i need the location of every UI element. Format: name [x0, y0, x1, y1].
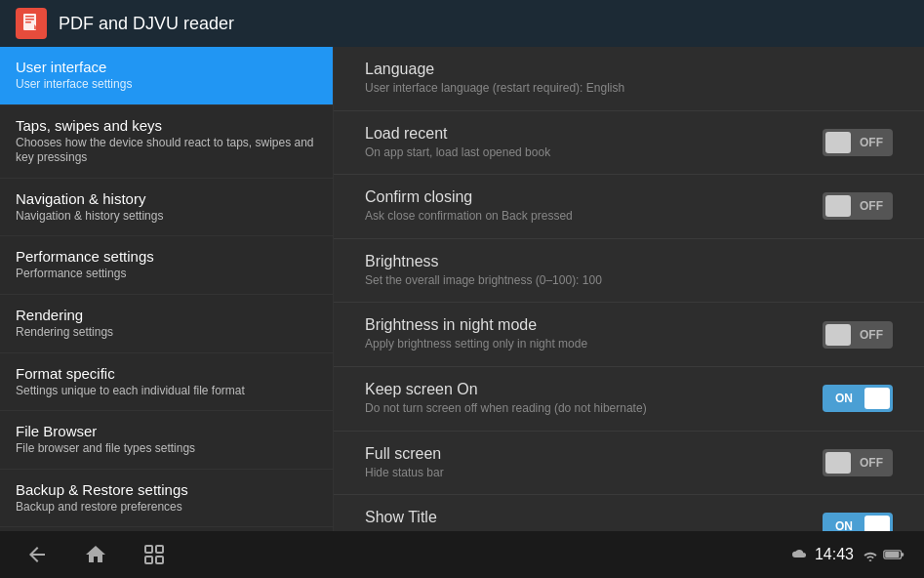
toggle-label-brightness-night: OFF — [860, 328, 883, 342]
toggle-full-screen[interactable]: OFF — [823, 449, 893, 476]
sidebar-item-subtitle-backup-restore: Backup and restore preferences — [16, 500, 317, 516]
setting-info-language: LanguageUser interface language (restart… — [365, 61, 893, 97]
svg-rect-7 — [145, 557, 152, 563]
toggle-thumb-show-title — [864, 516, 890, 531]
sidebar-item-title-navigation-history: Navigation & history — [16, 190, 317, 207]
app-title: PDF and DJVU reader — [59, 14, 234, 34]
wifi-icon — [862, 548, 879, 561]
toggle-label-show-title: ON — [835, 519, 853, 531]
svg-rect-11 — [885, 552, 899, 557]
setting-title-brightness-night: Brightness in night mode — [365, 316, 807, 334]
setting-info-full-screen: Full screenHide status bar — [365, 445, 807, 481]
time-display: 14:43 — [815, 546, 854, 563]
sidebar-item-title-file-browser: File Browser — [16, 423, 317, 439]
svg-rect-10 — [902, 553, 904, 556]
back-button[interactable] — [20, 537, 55, 572]
toggle-label-confirm-closing: OFF — [860, 199, 883, 213]
toggle-label-full-screen: OFF — [860, 456, 883, 470]
sidebar-item-format-specific[interactable]: Format specificSettings unique to each i… — [0, 353, 333, 412]
setting-row-brightness-night[interactable]: Brightness in night modeApply brightness… — [334, 303, 924, 367]
recents-button[interactable] — [137, 537, 172, 572]
sidebar-item-rendering[interactable]: RenderingRendering settings — [0, 295, 333, 353]
setting-row-show-title[interactable]: Show TitleShow document title (requires … — [334, 495, 924, 531]
setting-info-keep-screen-on: Keep screen OnDo not turn screen off whe… — [365, 381, 807, 417]
toggle-thumb-full-screen — [825, 452, 851, 474]
toggle-keep-screen-on[interactable]: ON — [823, 385, 893, 412]
setting-desc-keep-screen-on: Do not turn screen off when reading (do … — [365, 401, 807, 417]
sidebar-item-navigation-history[interactable]: Navigation & historyNavigation & history… — [0, 179, 333, 237]
battery-icon — [883, 548, 904, 561]
setting-title-brightness: Brightness — [365, 253, 893, 270]
setting-desc-brightness: Set the overall image brightness (0–100)… — [365, 273, 893, 289]
toggle-thumb-load-recent — [825, 132, 851, 153]
sidebar-item-subtitle-navigation-history: Navigation & history settings — [16, 209, 317, 225]
setting-title-load-recent: Load recent — [365, 125, 807, 143]
settings-panel: LanguageUser interface language (restart… — [334, 47, 924, 531]
main-content: User interfaceUser interface settingsTap… — [0, 47, 924, 531]
setting-row-brightness[interactable]: BrightnessSet the overall image brightne… — [334, 239, 924, 304]
setting-title-full-screen: Full screen — [365, 445, 807, 463]
sidebar-item-title-user-interface: User interface — [16, 59, 317, 75]
setting-desc-language: User interface language (restart require… — [365, 81, 893, 97]
setting-title-show-title: Show Title — [365, 509, 807, 526]
setting-info-brightness: BrightnessSet the overall image brightne… — [365, 253, 893, 289]
toggle-show-title[interactable]: ON — [823, 513, 893, 531]
setting-row-confirm-closing[interactable]: Confirm closingAsk close confirmation on… — [334, 175, 924, 239]
sidebar-item-file-browser[interactable]: File BrowserFile browser and file types … — [0, 411, 333, 470]
svg-rect-6 — [156, 546, 163, 553]
sidebar-item-backup-restore[interactable]: Backup & Restore settingsBackup and rest… — [0, 470, 333, 528]
setting-desc-full-screen: Hide status bar — [365, 466, 807, 481]
toggle-brightness-night[interactable]: OFF — [823, 321, 893, 349]
toggle-label-keep-screen-on: ON — [835, 392, 853, 405]
setting-title-language: Language — [365, 61, 893, 78]
app-icon — [16, 8, 47, 39]
setting-info-show-title: Show TitleShow document title (requires … — [365, 509, 807, 531]
sidebar-item-user-interface[interactable]: User interfaceUser interface settings — [0, 47, 333, 105]
setting-info-brightness-night: Brightness in night modeApply brightness… — [365, 316, 807, 352]
toggle-label-load-recent: OFF — [860, 136, 883, 149]
sidebar-item-title-rendering: Rendering — [16, 307, 317, 323]
svg-rect-1 — [25, 16, 34, 18]
sidebar-item-subtitle-user-interface: User interface settings — [16, 77, 317, 93]
setting-title-confirm-closing: Confirm closing — [365, 188, 807, 206]
setting-desc-brightness-night: Apply brightness setting only in night m… — [365, 337, 807, 352]
setting-info-confirm-closing: Confirm closingAsk close confirmation on… — [365, 188, 807, 225]
top-bar: PDF and DJVU reader — [0, 0, 924, 47]
sidebar-item-subtitle-rendering: Rendering settings — [16, 325, 317, 341]
sidebar-item-title-taps-swipes: Taps, swipes and keys — [16, 117, 317, 134]
setting-row-full-screen[interactable]: Full screenHide status barOFF — [334, 432, 924, 496]
setting-desc-confirm-closing: Ask close confirmation on Back pressed — [365, 209, 807, 225]
setting-desc-load-recent: On app start, load last opened book — [365, 145, 807, 161]
sidebar-item-subtitle-taps-swipes: Chooses how the device should react to t… — [16, 136, 317, 166]
svg-rect-8 — [156, 557, 163, 563]
toggle-confirm-closing[interactable]: OFF — [823, 192, 893, 220]
sidebar-item-title-backup-restore: Backup & Restore settings — [16, 481, 317, 498]
sidebar: User interfaceUser interface settingsTap… — [0, 47, 334, 531]
toggle-load-recent[interactable]: OFF — [823, 129, 893, 156]
sidebar-item-taps-swipes[interactable]: Taps, swipes and keysChooses how the dev… — [0, 105, 333, 179]
toggle-thumb-brightness-night — [825, 324, 851, 346]
setting-row-keep-screen-on[interactable]: Keep screen OnDo not turn screen off whe… — [334, 367, 924, 432]
setting-row-language[interactable]: LanguageUser interface language (restart… — [334, 47, 924, 111]
home-button[interactable] — [78, 537, 113, 572]
svg-marker-4 — [34, 24, 39, 29]
svg-rect-2 — [25, 19, 34, 21]
sidebar-item-subtitle-format-specific: Settings unique to each individual file … — [16, 384, 317, 399]
status-bar: 14:43 — [789, 546, 904, 563]
sidebar-item-title-format-specific: Format specific — [16, 365, 317, 382]
nav-buttons — [20, 537, 172, 572]
svg-rect-5 — [145, 546, 152, 553]
bottom-bar: 14:43 — [0, 531, 924, 578]
toggle-thumb-keep-screen-on — [864, 388, 890, 409]
cloud-icon — [789, 548, 807, 561]
sidebar-item-title-performance-settings: Performance settings — [16, 248, 317, 265]
sidebar-item-subtitle-file-browser: File browser and file types settings — [16, 441, 317, 457]
setting-row-load-recent[interactable]: Load recentOn app start, load last opene… — [334, 111, 924, 176]
sidebar-item-subtitle-performance-settings: Performance settings — [16, 267, 317, 282]
setting-title-keep-screen-on: Keep screen On — [365, 381, 807, 398]
setting-info-load-recent: Load recentOn app start, load last opene… — [365, 125, 807, 161]
sidebar-item-performance-settings[interactable]: Performance settingsPerformance settings — [0, 236, 333, 295]
toggle-thumb-confirm-closing — [825, 195, 851, 217]
status-icons — [862, 548, 904, 561]
svg-rect-3 — [25, 21, 31, 23]
